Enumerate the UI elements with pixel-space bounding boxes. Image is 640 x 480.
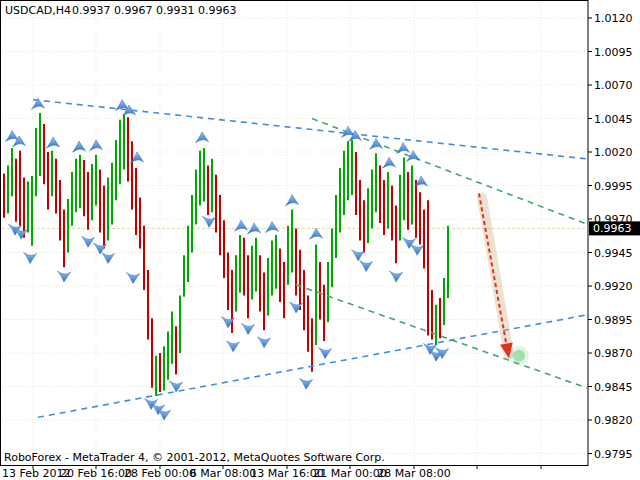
target-point[interactable] bbox=[513, 350, 525, 362]
time-tick-label: 28 Feb 00:00 bbox=[124, 467, 196, 480]
price-tick-label: 0.9870 bbox=[594, 347, 633, 360]
price-chart[interactable]: USDCAD,H4 0.9937 0.9967 0.9931 0.9963 1.… bbox=[0, 0, 640, 480]
price-axis[interactable]: 1.01201.00951.00701.00451.00200.99950.99… bbox=[588, 12, 640, 461]
price-tick-label: 0.9920 bbox=[594, 280, 633, 293]
mt4-chart-window: USDCAD,H4 0.9937 0.9967 0.9931 0.9963 1.… bbox=[0, 0, 640, 480]
price-tick-label: 1.0070 bbox=[594, 79, 633, 92]
chart-title-ohlc: 0.9937 0.9967 0.9931 0.9963 bbox=[72, 4, 236, 17]
time-tick-label: 21 Mar 00:00 bbox=[313, 467, 386, 480]
price-tick-label: 0.9795 bbox=[594, 448, 633, 461]
price-tick-label: 0.9845 bbox=[594, 381, 633, 394]
price-tick-label: 1.0095 bbox=[594, 46, 633, 59]
price-tick-label: 1.0020 bbox=[594, 146, 633, 159]
time-tick-label: 28 Mar 08:00 bbox=[377, 467, 450, 480]
current-price-label: 0.9963 bbox=[593, 222, 632, 235]
time-axis[interactable]: 13 Feb 201220 Feb 16:0028 Feb 00:006 Mar… bbox=[2, 465, 541, 480]
chart-title-symbol: USDCAD,H4 bbox=[5, 4, 71, 17]
price-tick-label: 1.0120 bbox=[594, 12, 633, 25]
price-tick-label: 0.9895 bbox=[594, 314, 633, 327]
time-tick-label: 20 Feb 16:00 bbox=[60, 467, 132, 480]
price-tick-label: 0.9820 bbox=[594, 414, 633, 427]
chart-plot-area[interactable] bbox=[1, 1, 589, 466]
copyright-text: RoboForex - MetaTrader 4, © 2001-2012, M… bbox=[4, 451, 385, 464]
time-tick-label: 6 Mar 08:00 bbox=[190, 467, 256, 480]
price-tick-label: 0.9995 bbox=[594, 180, 633, 193]
price-tick-label: 0.9945 bbox=[594, 247, 633, 260]
price-tick-label: 1.0045 bbox=[594, 113, 633, 126]
